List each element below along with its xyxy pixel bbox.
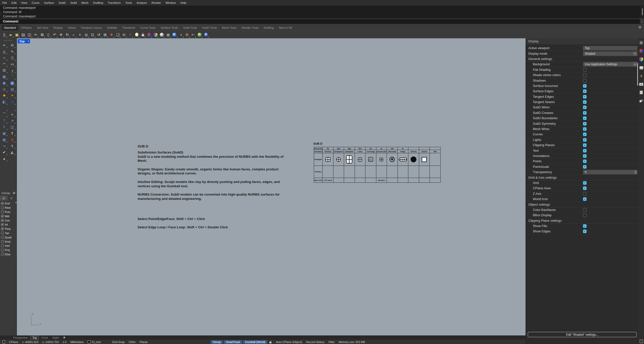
osnap-checkbox-disa[interactable]: [1, 253, 4, 256]
osnap-item-tan[interactable]: Tan: [0, 231, 17, 235]
checkbox-cplane-axes[interactable]: ✔: [583, 186, 587, 190]
split-icon[interactable]: ◨: [9, 99, 16, 105]
polyline-icon[interactable]: △: [1, 49, 8, 54]
osnap-checkbox-proj[interactable]: [1, 249, 4, 252]
panel-control-bbox-display[interactable]: [583, 213, 587, 217]
viewport-tab-front[interactable]: Front: [39, 336, 50, 339]
spinner-down-icon[interactable]: ▼: [641, 22, 642, 23]
torus-icon[interactable]: ◎: [1, 86, 8, 92]
checkbox-color-backfaces[interactable]: [583, 208, 587, 212]
surface-from-points-icon[interactable]: ▦: [1, 74, 8, 79]
check-selection-icon[interactable]: ✔: [1, 149, 8, 155]
field-background[interactable]: Use Application Settings▾: [583, 62, 637, 67]
checkbox-bbox-display[interactable]: [583, 213, 587, 217]
panel-control-transparency[interactable]: 0▲▼: [583, 170, 637, 174]
zoom-extents-icon[interactable]: ⊡: [89, 32, 96, 38]
chevron-down-icon[interactable]: ▼: [26, 39, 30, 43]
panel-control-curves[interactable]: ✔: [583, 133, 587, 136]
toolbar-tab-new-in-v8[interactable]: New in V8: [276, 25, 294, 31]
panel-control-subd-creases[interactable]: ✔: [583, 111, 587, 115]
toolbar-tab-standard[interactable]: Standard: [2, 25, 18, 31]
viewport-title-dropdown[interactable]: Top ▼: [18, 39, 30, 43]
shield-panel-icon[interactable]: [639, 49, 643, 53]
status-01-text[interactable]: 01_text: [88, 340, 101, 343]
cplane-object-icon[interactable]: ❏: [115, 32, 121, 38]
osnap-checkbox-cen[interactable]: ✔: [1, 219, 4, 222]
extrude-icon[interactable]: ⇑: [9, 131, 16, 136]
panel-control-mesh-wires[interactable]: ✔: [583, 127, 587, 131]
checkbox-tangent-edges[interactable]: ✔: [583, 95, 587, 99]
checkbox-grid[interactable]: ✔: [583, 181, 587, 185]
status-cplane[interactable]: CPlane: [9, 340, 18, 343]
toolbar-tab-subd-tools[interactable]: SubD Tools: [200, 25, 220, 31]
checkbox-mesh-wires[interactable]: ✔: [583, 127, 587, 131]
field-transparency[interactable]: 0▲▼: [583, 170, 637, 174]
checkbox-show-fills[interactable]: ✔: [583, 224, 587, 228]
save-icon[interactable]: ▣: [14, 32, 20, 38]
toolbar-tab-render-tools[interactable]: Render Tools: [239, 25, 261, 31]
menu-tools[interactable]: Tools: [123, 1, 134, 4]
command-scrollbar-handle[interactable]: [642, 8, 643, 15]
panel-control-shade-vertex-colors[interactable]: [583, 73, 587, 77]
layers-panel-icon[interactable]: [639, 99, 643, 103]
explode-star-icon[interactable]: ✸: [1, 93, 8, 98]
panel-control-grid[interactable]: ✔: [583, 181, 587, 185]
panel-control-tangent-seams[interactable]: ✔: [583, 100, 587, 104]
toolbar-tab-mesh-tools[interactable]: Mesh Tools: [220, 25, 239, 31]
mirror-icon[interactable]: ◫: [9, 124, 16, 130]
array-icon[interactable]: ⠿: [1, 124, 8, 130]
viewport-top[interactable]: Top ▼ SUB D Subdivision Surfaces (SubD) …: [17, 38, 526, 335]
status-swatch-icon[interactable]: [3, 340, 5, 343]
status-filter[interactable]: Filter: [328, 340, 334, 343]
viewport-tab-perspective[interactable]: Perspective: [11, 336, 30, 339]
zoom-selected-icon[interactable]: ◎: [83, 32, 89, 38]
status-lock[interactable]: [269, 340, 272, 343]
checkbox-show-edges[interactable]: ✔: [583, 230, 587, 233]
status-grid-snap[interactable]: Grid Snap: [112, 340, 125, 343]
rectangle-icon[interactable]: ▭: [9, 61, 16, 67]
panel-control-show-fills[interactable]: ✔: [583, 224, 587, 228]
ellipse-icon[interactable]: ⬯: [9, 55, 16, 60]
menu-curve[interactable]: Curve: [29, 1, 42, 4]
osnap-item-mid[interactable]: ✔Mid: [0, 214, 17, 218]
panel-control-surface-isocurves[interactable]: ✔: [583, 84, 587, 88]
menu-help[interactable]: Help: [178, 1, 189, 4]
spinner-icon[interactable]: ▲▼: [634, 170, 637, 174]
checkbox-subd-symmetry[interactable]: ✔: [583, 122, 587, 126]
osnap-checkbox-near[interactable]: [1, 206, 4, 209]
status-auto-cplane-object[interactable]: Auto CPlane (Object): [276, 340, 302, 343]
shadow-toggle-icon[interactable]: ◑: [178, 32, 184, 38]
cplane-world-icon[interactable]: ⊖: [121, 32, 127, 38]
text-icon[interactable]: T: [1, 118, 8, 123]
panel-control-background[interactable]: Use Application Settings▾: [583, 62, 637, 67]
panel-control-show-edges[interactable]: ✔: [583, 230, 587, 233]
explode-icon[interactable]: ✦: [9, 93, 16, 98]
solid-union-icon[interactable]: ▣: [1, 131, 8, 136]
checkbox-text[interactable]: ✔: [583, 149, 587, 152]
render-sphere-icon[interactable]: [171, 32, 177, 38]
panel-control-surface-edges[interactable]: ✔: [583, 89, 587, 93]
osnap-item-cen[interactable]: ✔Cen: [0, 218, 17, 223]
checkbox-pointclouds[interactable]: ✔: [583, 165, 587, 169]
blend-curves-icon[interactable]: ≈: [9, 112, 16, 117]
osnap-checkbox-perp[interactable]: ✔: [1, 228, 4, 230]
status-record-history[interactable]: Record History: [306, 340, 324, 343]
checkbox-world-icon[interactable]: ✔: [583, 197, 587, 201]
viewport-tab-right[interactable]: Right: [50, 336, 61, 339]
menu-analyze[interactable]: Analyze: [134, 1, 149, 4]
panel-control-world-icon[interactable]: ✔: [583, 197, 587, 201]
box-icon[interactable]: ◼: [1, 80, 8, 86]
spinner-down-icon[interactable]: ▼: [635, 172, 636, 174]
osnap-item-near[interactable]: Near: [0, 206, 17, 210]
point-icon[interactable]: ⊙: [9, 42, 16, 48]
point-display-icon[interactable]: ⁙: [127, 32, 133, 38]
print-icon[interactable]: ▤: [20, 32, 26, 38]
drape-surface-icon[interactable]: ▨: [9, 86, 16, 92]
menu-edit[interactable]: Edit: [9, 1, 19, 4]
toolbar-tab-solid-tools[interactable]: Solid Tools: [181, 25, 200, 31]
cut-icon[interactable]: ✂: [33, 32, 39, 38]
checkbox-curves[interactable]: ✔: [583, 133, 587, 136]
toolbar-tab-transform[interactable]: Transform: [120, 25, 138, 31]
menu-surface[interactable]: Surface: [42, 1, 56, 4]
pan-icon[interactable]: ✛: [58, 32, 64, 38]
